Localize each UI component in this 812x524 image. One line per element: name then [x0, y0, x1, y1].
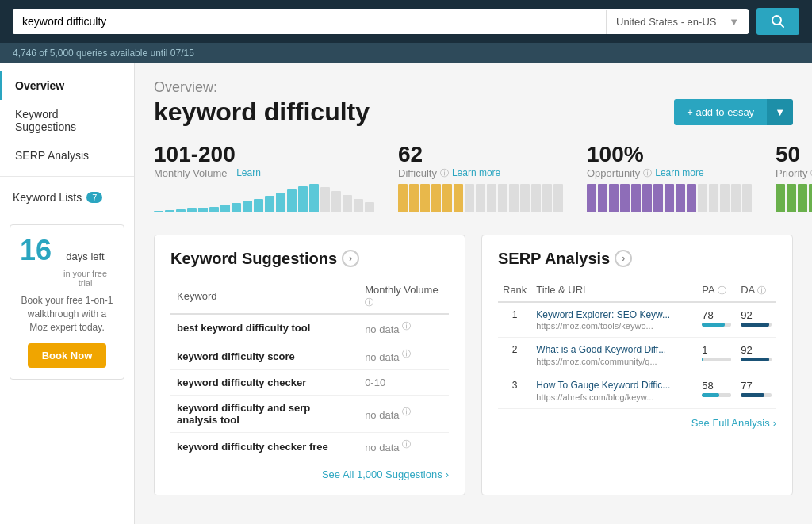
serp-result-row: 2 What is a Good Keyword Diff... https:/…: [498, 338, 776, 373]
serp-rank: 1: [498, 302, 531, 338]
trial-days-label: days left: [56, 251, 114, 262]
col-pa-header: PA ⓘ: [697, 279, 736, 302]
serp-da-value: 92: [741, 344, 772, 356]
serp-title-text[interactable]: What is a Good Keyword Diff...: [536, 344, 692, 357]
volume-info-icon[interactable]: ⓘ: [402, 349, 411, 358]
keyword-lists-badge: 7: [86, 192, 102, 203]
bottom-row: Keyword Suggestions › Keyword Monthly Vo…: [154, 235, 793, 495]
keyword-suggestions-arrow-icon[interactable]: ›: [342, 250, 359, 267]
opportunity-info-icon[interactable]: ⓘ: [643, 167, 652, 179]
sidebar: Overview Keyword Suggestions SERP Analys…: [0, 63, 135, 524]
da-col-info-icon[interactable]: ⓘ: [757, 285, 766, 295]
difficulty-value: 62: [398, 143, 563, 167]
serp-title-url: What is a Good Keyword Diff... https://m…: [531, 338, 697, 373]
volume-col-info-icon[interactable]: ⓘ: [365, 297, 373, 307]
serp-result-row: 3 How To Gauge Keyword Diffic... https:/…: [498, 373, 776, 408]
serp-da: 92: [736, 302, 776, 338]
region-label: United States - en-US: [616, 16, 716, 28]
priority-value: 50: [776, 143, 812, 167]
opportunity-learn-link[interactable]: Learn more: [655, 167, 703, 178]
overview-title: keyword difficulty: [154, 98, 370, 127]
sidebar-keyword-lists[interactable]: Keyword Lists 7: [0, 183, 134, 212]
difficulty-learn-link[interactable]: Learn more: [452, 167, 500, 178]
search-icon: [771, 14, 785, 29]
see-full-arrow-icon: ›: [773, 417, 776, 429]
keyword-volume: no data ⓘ: [358, 433, 449, 461]
main-layout: Overview Keyword Suggestions SERP Analys…: [0, 63, 812, 524]
monthly-volume-value: 101-200: [154, 143, 374, 167]
serp-pa: 78: [697, 302, 736, 338]
region-selector[interactable]: United States - en-US ▼: [606, 10, 749, 34]
sidebar-item-keyword-suggestions[interactable]: Keyword Suggestions: [0, 100, 134, 141]
col-title-header: Title & URL: [531, 279, 697, 302]
keyword-name[interactable]: keyword difficulty checker free: [170, 433, 358, 461]
see-all-arrow-icon: ›: [446, 469, 449, 480]
keyword-name[interactable]: keyword difficulty checker: [170, 370, 358, 396]
trial-days: 16: [20, 236, 52, 265]
serp-rank: 3: [498, 373, 531, 408]
keyword-name[interactable]: keyword difficulty and serp analysis too…: [170, 396, 358, 433]
keyword-name[interactable]: best keyword difficulty tool: [170, 314, 358, 342]
col-keyword-header: Keyword: [170, 279, 358, 314]
sidebar-item-overview[interactable]: Overview: [0, 71, 134, 100]
serp-da: 92: [736, 338, 776, 373]
svg-line-1: [780, 24, 784, 28]
search-input[interactable]: [13, 9, 606, 34]
col-rank-header: Rank: [498, 279, 531, 302]
header: United States - en-US ▼: [0, 0, 812, 43]
serp-analysis-table: Rank Title & URL PA ⓘ DA ⓘ: [498, 279, 776, 409]
serp-url-text[interactable]: https://ahrefs.com/blog/keyw...: [536, 392, 692, 402]
serp-da-value: 92: [741, 309, 772, 321]
search-bar: United States - en-US ▼: [13, 9, 749, 34]
opportunity-value: 100%: [587, 143, 752, 167]
keyword-suggestion-row: keyword difficulty and serp analysis too…: [170, 396, 449, 433]
serp-pa: 1: [697, 338, 736, 373]
col-volume-header: Monthly Volume ⓘ: [358, 279, 449, 314]
search-button[interactable]: [756, 8, 799, 35]
keyword-volume: no data ⓘ: [358, 396, 449, 433]
serp-title-url: How To Gauge Keyword Diffic... https://a…: [531, 373, 697, 408]
serp-url-text[interactable]: https://moz.com/tools/keywo...: [536, 321, 692, 331]
volume-info-icon[interactable]: ⓘ: [402, 407, 411, 416]
monthly-volume-learn-link[interactable]: Learn: [236, 167, 261, 178]
keyword-name[interactable]: keyword difficulty score: [170, 342, 358, 370]
add-essay-dropdown-button[interactable]: ▼: [767, 99, 793, 125]
keyword-suggestion-row: keyword difficulty checker free no data …: [170, 433, 449, 461]
difficulty-label: Difficulty ⓘ Learn more: [398, 167, 563, 179]
opportunity-chart: [587, 184, 752, 212]
serp-title-url: Keyword Explorer: SEO Keyw... https://mo…: [531, 302, 697, 338]
overview-label: Overview:: [154, 79, 793, 96]
keyword-volume: no data ⓘ: [358, 342, 449, 370]
sidebar-item-serp-analysis[interactable]: SERP Analysis: [0, 141, 134, 170]
priority-chart: [776, 184, 812, 212]
col-da-header: DA ⓘ: [736, 279, 776, 302]
difficulty-info-icon[interactable]: ⓘ: [440, 167, 449, 179]
see-full-analysis-link[interactable]: See Full Analysis ›: [498, 417, 776, 429]
sidebar-divider: [0, 176, 134, 177]
keyword-volume: 0-10: [358, 370, 449, 396]
see-all-suggestions-link[interactable]: See All 1,000 Suggestions ›: [170, 469, 449, 480]
volume-info-icon[interactable]: ⓘ: [402, 439, 411, 449]
book-now-button[interactable]: Book Now: [28, 343, 107, 368]
serp-url-text[interactable]: https://moz.com/community/q...: [536, 357, 692, 366]
serp-title-text[interactable]: Keyword Explorer: SEO Keyw...: [536, 309, 692, 322]
overview-title-row: keyword difficulty + add to essay ▼: [154, 98, 793, 127]
serp-analysis-title: SERP Analysis ›: [498, 250, 776, 268]
stat-priority: 50 Priority ⓘ Learn more: [776, 143, 812, 212]
keyword-suggestion-row: best keyword difficulty tool no data ⓘ: [170, 314, 449, 342]
stat-monthly-volume: 101-200 Monthly Volume Learn: [154, 143, 374, 212]
volume-info-icon[interactable]: ⓘ: [402, 321, 411, 331]
add-to-essay-button[interactable]: + add to essay: [674, 99, 767, 125]
keyword-suggestions-title: Keyword Suggestions ›: [170, 250, 449, 268]
keyword-suggestions-card: Keyword Suggestions › Keyword Monthly Vo…: [154, 235, 465, 495]
serp-pa-value: 58: [702, 380, 731, 392]
queries-bar: 4,746 of 5,000 queries available until 0…: [0, 43, 812, 63]
pa-col-info-icon[interactable]: ⓘ: [718, 285, 726, 295]
stat-opportunity: 100% Opportunity ⓘ Learn more: [587, 143, 752, 212]
trial-sub-label: in your free trial: [56, 269, 114, 288]
serp-pa-value: 78: [702, 309, 731, 321]
serp-title-text[interactable]: How To Gauge Keyword Diffic...: [536, 380, 692, 392]
priority-label: Priority ⓘ Learn more: [776, 167, 812, 179]
serp-arrow-icon[interactable]: ›: [615, 250, 632, 267]
serp-result-row: 1 Keyword Explorer: SEO Keyw... https://…: [498, 302, 776, 338]
